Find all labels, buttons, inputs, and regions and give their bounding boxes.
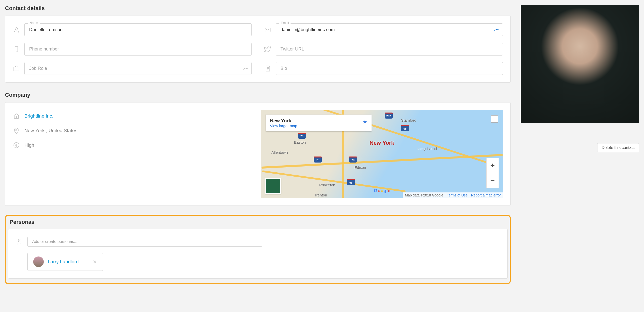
contact-avatar (521, 5, 639, 123)
dollar-icon (13, 142, 20, 149)
map-city-newyork: New York (370, 140, 394, 146)
email-input[interactable] (276, 23, 503, 36)
map-info-title: New York (270, 118, 363, 124)
highway-shield: 95 (347, 179, 355, 185)
twitter-icon (264, 46, 271, 53)
map-city-trenton: Trenton (314, 193, 327, 197)
star-icon[interactable]: ★ (363, 119, 368, 125)
briefcase-icon (13, 65, 20, 72)
highway-shield: 287 (385, 113, 393, 119)
job-role-input[interactable] (24, 62, 252, 75)
company-section-title: Company (5, 92, 511, 98)
map-terms-link[interactable]: Terms of Use (447, 193, 467, 197)
personas-highlight-box: Personas Larry Landlord ✕ (5, 215, 511, 284)
map-credits-data: Map data ©2018 Google (405, 193, 443, 197)
enrich-icon[interactable] (494, 27, 499, 33)
phone-input[interactable] (24, 43, 252, 56)
svg-point-5 (16, 116, 17, 118)
company-card: Brightline Inc. New York , United States… (5, 102, 511, 206)
highway-shield: 78 (349, 157, 357, 163)
map-city-princeton: Princeton (319, 183, 335, 187)
email-label: Email (279, 21, 291, 25)
svg-point-0 (15, 27, 17, 30)
map-report-link[interactable]: Report a map error (471, 193, 501, 197)
persona-remove-button[interactable]: ✕ (93, 259, 97, 265)
map-city-easton: Easton (294, 140, 306, 144)
contact-card: Name Email (5, 16, 511, 83)
map-zoom-out-button[interactable]: − (487, 173, 499, 188)
delete-contact-button[interactable]: Delete this contact (597, 143, 639, 152)
svg-point-8 (19, 240, 20, 242)
add-persona-input[interactable] (27, 237, 262, 247)
persona-chip: Larry Landlord ✕ (27, 253, 103, 271)
bio-input[interactable] (276, 62, 503, 75)
location-pin-icon (13, 127, 20, 134)
map-fullscreen-button[interactable] (491, 115, 498, 123)
company-tier: High (24, 142, 34, 148)
svg-rect-1 (265, 28, 270, 32)
map-city-longisland: Long Island (417, 146, 437, 151)
svg-rect-4 (14, 67, 19, 71)
company-name-link[interactable]: Brightline Inc. (24, 113, 53, 119)
persona-icon (16, 238, 23, 245)
persona-avatar (33, 256, 44, 267)
highway-shield: 78 (314, 157, 322, 163)
map-zoom-in-button[interactable]: + (487, 158, 499, 173)
contact-section-title: Contact details (5, 5, 511, 12)
map-view-larger-link[interactable]: View larger map (270, 124, 363, 128)
highway-shield: 95 (401, 125, 409, 131)
map-city-allentown: Allentown (271, 150, 288, 154)
persona-name-link[interactable]: Larry Landlord (48, 259, 79, 265)
map-satellite-toggle[interactable] (265, 178, 281, 194)
map-city-stamford: Stamford (401, 118, 416, 122)
map-city-edison: Edison (354, 165, 366, 170)
highway-shield: 78 (298, 133, 306, 139)
google-logo: Google (374, 188, 390, 193)
company-icon (13, 113, 20, 120)
map-info-card: New York View larger map ★ (266, 115, 372, 131)
enrich-icon[interactable] (243, 66, 248, 71)
company-location: New York , United States (24, 128, 77, 133)
personas-section-title: Personas (10, 219, 508, 225)
personas-card: Larry Landlord ✕ (8, 229, 508, 279)
bio-icon (264, 65, 271, 72)
svg-point-3 (16, 51, 16, 51)
name-input[interactable] (24, 23, 252, 36)
map-credits: Map data ©2018 Google Terms of Use Repor… (403, 192, 503, 198)
name-label: Name (28, 21, 40, 25)
svg-point-6 (16, 129, 17, 131)
company-map[interactable]: New York Stamford Long Island Edison All… (261, 110, 503, 198)
person-icon (13, 26, 20, 33)
email-icon (264, 26, 271, 33)
phone-icon (13, 46, 20, 53)
twitter-input[interactable] (276, 43, 503, 56)
map-zoom-control: + − (486, 158, 499, 188)
